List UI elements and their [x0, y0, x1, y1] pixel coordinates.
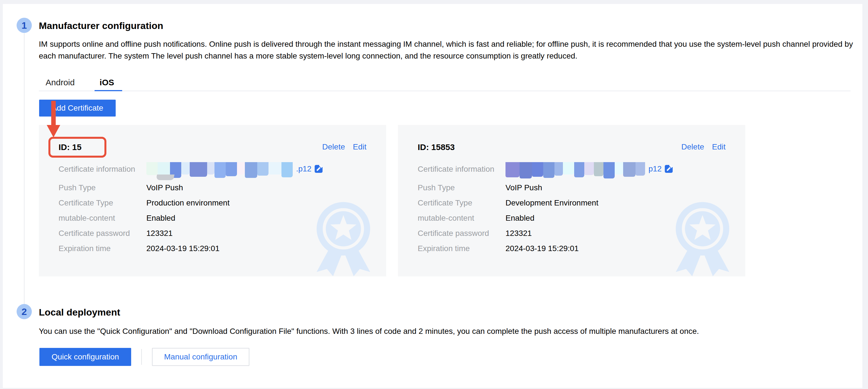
step-1-number: 1 — [22, 20, 27, 31]
row-label: Certificate information — [59, 165, 146, 173]
annotation-arrow — [51, 101, 56, 126]
row-label: Push Type — [418, 183, 505, 192]
delete-link[interactable]: Delete — [322, 143, 345, 151]
certificate-type-row: Certificate Type Production environment — [59, 199, 367, 207]
row-value: 2024-03-19 15:29:01 — [146, 244, 220, 253]
push-type-row: Push Type VoIP Push — [59, 183, 367, 192]
row-label: Certificate Type — [59, 199, 146, 207]
row-label: Expiration time — [418, 244, 505, 253]
tab-android[interactable]: Android — [45, 77, 74, 88]
blurred-certificate-thumbnail — [505, 162, 645, 178]
certificate-file-extension[interactable]: .p12 — [296, 164, 312, 173]
external-link-icon[interactable] — [314, 164, 323, 173]
row-value: Development Environment — [505, 199, 598, 207]
section-title-manufacturer-configuration: Manufacturer configuration — [39, 20, 163, 31]
mutable-content-row: mutable-content Enabled — [59, 214, 367, 222]
button-divider — [141, 349, 142, 365]
row-label: mutable-content — [418, 214, 505, 222]
certificate-password-row: Certificate password 123321 — [59, 229, 367, 238]
row-label: Certificate Type — [418, 199, 505, 207]
certificate-file-link[interactable]: p12 — [648, 164, 673, 173]
manufacturer-configuration-description: IM supports online and offline push noti… — [39, 38, 855, 62]
row-value: Enabled — [146, 214, 175, 222]
step-1-badge: 1 — [17, 18, 32, 33]
row-value: 2024-03-19 15:29:01 — [505, 244, 579, 253]
annotation-arrowhead — [47, 125, 60, 137]
content-panel: 1 Manufacturer configuration IM supports… — [3, 4, 862, 388]
external-link-icon[interactable] — [664, 164, 673, 173]
quick-configuration-button[interactable]: Quick configuration — [39, 348, 131, 366]
row-label: Certificate password — [59, 229, 146, 238]
certificate-type-row: Certificate Type Development Environment — [418, 199, 725, 207]
delete-link[interactable]: Delete — [681, 143, 704, 151]
mutable-content-row: mutable-content Enabled — [418, 214, 725, 222]
tab-ios[interactable]: iOS — [100, 77, 114, 88]
step-2-badge: 2 — [17, 304, 32, 319]
platform-tabbar: Android iOS — [39, 77, 850, 91]
certificate-password-row: Certificate password 123321 — [418, 229, 725, 238]
certificate-file-link[interactable]: .p12 — [296, 164, 323, 173]
row-value: 123321 — [146, 229, 173, 238]
expiration-time-row: Expiration time 2024-03-19 15:29:01 — [59, 244, 367, 253]
certificate-cards: ID: 15 Delete Edit Certificate informati… — [39, 125, 745, 276]
manual-configuration-button[interactable]: Manual configuration — [152, 348, 249, 366]
certificate-information-row: Certificate information p12 — [418, 165, 725, 181]
row-label: Certificate information — [418, 165, 505, 173]
row-value: VoIP Push — [146, 183, 183, 192]
row-value: 123321 — [505, 229, 532, 238]
active-tab-underline — [95, 90, 122, 91]
push-type-row: Push Type VoIP Push — [418, 183, 725, 192]
expiration-time-row: Expiration time 2024-03-19 15:29:01 — [418, 244, 725, 253]
row-label: Certificate password — [418, 229, 505, 238]
row-label: Expiration time — [59, 244, 146, 253]
edit-link[interactable]: Edit — [353, 143, 367, 151]
row-value: Production environment — [146, 199, 230, 207]
step-connector-line — [24, 33, 25, 304]
edit-link[interactable]: Edit — [712, 143, 725, 151]
mosaic-tail — [156, 175, 175, 180]
row-value: Enabled — [505, 214, 534, 222]
row-value: VoIP Push — [505, 183, 542, 192]
local-deployment-description: You can use the "Quick Configuration" an… — [39, 325, 827, 337]
section-title-local-deployment: Local deployment — [39, 307, 120, 318]
deployment-actions: Quick configuration Manual configuration — [39, 348, 249, 366]
row-label: mutable-content — [59, 214, 146, 222]
annotation-highlight-box — [49, 137, 106, 158]
row-label: Push Type — [59, 183, 146, 192]
step-2-number: 2 — [22, 306, 27, 317]
certificate-card-development: ID: 15853 Delete Edit Certificate inform… — [398, 125, 745, 276]
add-certificate-button[interactable]: Add Certificate — [39, 100, 116, 117]
certificate-file-extension[interactable]: p12 — [648, 164, 662, 173]
certificate-id: ID: 15853 — [418, 143, 455, 152]
certificate-information-row: Certificate information .p12 — [59, 165, 367, 181]
